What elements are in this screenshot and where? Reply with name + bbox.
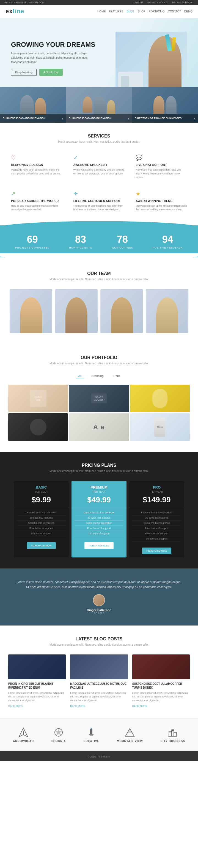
stats-grid: 69 PROJECTS COMPLETED 83 HAPPY CLIENTS 7…: [5, 234, 193, 249]
service-chat: 💬 LIVE CHAT SUPPORT How many free autore…: [133, 152, 190, 182]
blog-post-3-text: Lorem ipsum dolor sit amet, consectetur …: [132, 691, 190, 703]
team-member-2-avatar: [66, 297, 87, 333]
hero-title: GROWING YOUR DREAMS: [11, 41, 116, 49]
blog-title: LATEST BLOG POSTS: [8, 637, 190, 642]
blog-subtitle: Morbi accumsan ipsum velit. Nam nec tell…: [8, 643, 190, 646]
premium-f3: Free hours of support: [74, 526, 124, 531]
keep-reading-button[interactable]: Keep Reading: [11, 69, 37, 76]
stats-section: 69 PROJECTS COMPLETED 83 HAPPY CLIENTS 7…: [0, 225, 198, 257]
team-grid: [8, 289, 190, 333]
insignia-icon: [53, 727, 64, 738]
insignia-name: INSIGNIA: [51, 740, 66, 743]
mountain-name: Mountain View: [117, 740, 143, 743]
pro-tier: PRO: [132, 485, 182, 489]
basic-f1: 30 days trial features: [16, 515, 66, 521]
service-chat-title: LIVE CHAT SUPPORT: [135, 163, 187, 166]
blog-post-3-title: SUSPENDISSE EGET ULLAMCORPER TURPIS DONE…: [132, 682, 190, 690]
testimonial-text: Lorem ipsum dolor sit amet, consectetur …: [16, 580, 182, 590]
topbar-privacy[interactable]: PRIVACY POLICY: [147, 1, 168, 4]
team-member-4-avatar: [156, 297, 178, 333]
premium-f2: Social media integration: [74, 521, 124, 526]
navigation: exline HOME FEATURES BLOG SHOP PORTFOLIO…: [0, 5, 198, 18]
premium-purchase-button[interactable]: PURCHASE NOW: [84, 542, 114, 549]
hero-buttons: Keep Reading A Quick Tour: [11, 69, 116, 76]
service-popular: ↗ POPULAR ACROSS THE WORLD How do you cr…: [8, 188, 65, 214]
nav-shop[interactable]: SHOP: [137, 10, 145, 13]
blog-post-1-read-more[interactable]: READ MORE: [8, 705, 66, 707]
team-member-2: [55, 289, 97, 333]
service-responsive-text: Postcards have been consistently one of …: [11, 168, 63, 176]
topbar-help[interactable]: HELP & SUPPORT: [172, 1, 194, 4]
pricing-grid: BASIC PER YEAR $9.99 Lessons From $20 Pe…: [5, 481, 193, 557]
svg-rect-7: [91, 728, 92, 729]
nav-demo[interactable]: DEMO: [184, 10, 193, 13]
topbar-career[interactable]: CAREER: [133, 1, 143, 4]
stat-clients: 83 HAPPY CLIENTS: [69, 234, 92, 249]
award-icon: ★: [135, 190, 187, 197]
nav-blog[interactable]: BLOG: [127, 10, 134, 13]
stat-coffees: 78 WON COFFEES: [112, 234, 133, 249]
nav-features[interactable]: FEATURES: [109, 10, 123, 13]
stat-coffees-number: 78: [112, 234, 133, 245]
top-bar: REGISTRATION ELLINIREAN.COM CAREER PRIVA…: [0, 0, 198, 5]
pro-price: $149.99: [132, 495, 182, 504]
footer-copyright: © 2016 Third Theme: [88, 755, 110, 758]
basic-f0: Lessons From $20 Per Hour: [16, 510, 66, 515]
portfolio-item-5[interactable]: A a: [69, 413, 129, 441]
creative-name: CREATIVE: [83, 740, 99, 743]
stat-feedback-number: 94: [153, 234, 183, 245]
footer-logo-insignia: INSIGNIA: [51, 727, 66, 743]
blog-post-2-read-more[interactable]: READ MORE: [70, 705, 128, 707]
basic-f4: 8 hours of support: [16, 531, 66, 536]
pro-f5: 10 hours of support: [132, 536, 182, 541]
portfolio-item-2[interactable]: BOARDMOCKUP: [69, 385, 129, 412]
pricing-title: PRICING PLANS: [5, 463, 193, 468]
stat-projects: 69 PROJECTS COMPLETED: [15, 234, 50, 249]
team-member-1-avatar: [20, 297, 42, 333]
topbar-left: REGISTRATION ELLINIREAN.COM: [4, 1, 44, 4]
blog-post-2-title: MAECENAS ULTRECE JUSTO METUS QUE FACILIS…: [70, 682, 128, 690]
filter-all[interactable]: All: [76, 373, 84, 379]
nav-links: HOME FEATURES BLOG SHOP PORTFOLIO CONTAC…: [97, 10, 193, 13]
service-chat-text: How many free autoresponders have you tr…: [135, 168, 187, 179]
svg-rect-13: [174, 733, 176, 736]
hero-description: Lorem ipsum dolor sit amet, consectetur …: [11, 51, 88, 64]
services-grid: ♡ RESPONSIVE DESIGN Postcards have been …: [8, 152, 190, 214]
portfolio-item-4[interactable]: [8, 413, 68, 441]
svg-marker-3: [55, 729, 62, 735]
team-member-3: [101, 289, 143, 333]
feat-card-1[interactable]: BUSINESS IDEAS AND INNOVATION ›: [0, 87, 66, 123]
logo[interactable]: exline: [5, 8, 24, 15]
feat-card-3[interactable]: DIRECTORY OF FINANCE BUSINESSES ›: [132, 87, 198, 123]
nav-portfolio[interactable]: PORTFOLIO: [149, 10, 165, 13]
portfolio-filters: All Branding Print: [8, 373, 190, 379]
services-subtitle: Morbi accumsan ipsum velit. Nam nec tell…: [8, 140, 190, 143]
hero-section: GROWING YOUR DREAMS Lorem ipsum dolor si…: [0, 18, 198, 87]
hero-text: GROWING YOUR DREAMS Lorem ipsum dolor si…: [11, 41, 116, 87]
service-popular-title: POPULAR ACROSS THE WORLD: [11, 199, 63, 203]
basic-purchase-button[interactable]: PURCHASE NOW: [27, 542, 56, 549]
nav-home[interactable]: HOME: [97, 10, 106, 13]
portfolio-item-1[interactable]: CoffeeCup: [8, 385, 68, 412]
footer-bottom: © 2016 Third Theme: [0, 751, 198, 762]
premium-per: PER YEAR: [74, 491, 124, 493]
feat-card-2[interactable]: BUSINESS IDEAS AND INNOVATION ›: [66, 87, 132, 123]
quick-tour-button[interactable]: A Quick Tour: [39, 69, 63, 76]
nav-contact[interactable]: CONTACT: [168, 10, 181, 13]
filter-branding[interactable]: Branding: [89, 373, 106, 379]
pro-per: PER YEAR: [132, 491, 182, 493]
testimonial-section: Lorem ipsum dolor sit amet, consectetur …: [0, 568, 198, 625]
blog-post-1: PROIN IN ORCI QUI ELIT BLANDIT IMPERDICT…: [8, 654, 66, 708]
pro-purchase-button[interactable]: PURCHASE NOW: [142, 548, 171, 554]
svg-rect-14: [169, 732, 170, 733]
team-subtitle: Morbi accumsan ipsum velit. Nam nec tell…: [8, 278, 190, 281]
blog-post-3-read-more[interactable]: READ MORE: [132, 705, 190, 707]
filter-print[interactable]: Print: [111, 373, 122, 379]
service-checklist-title: AWESOME CHECKLIST: [73, 163, 125, 166]
feat-card-2-arrow: ›: [128, 116, 129, 120]
svg-rect-11: [169, 731, 171, 736]
services-section: SERVICES Morbi accumsan ipsum velit. Nam…: [0, 123, 198, 225]
arrowhead-icon: [18, 727, 29, 738]
portfolio-item-3[interactable]: [130, 385, 190, 412]
portfolio-item-6[interactable]: Phone: [130, 413, 190, 441]
